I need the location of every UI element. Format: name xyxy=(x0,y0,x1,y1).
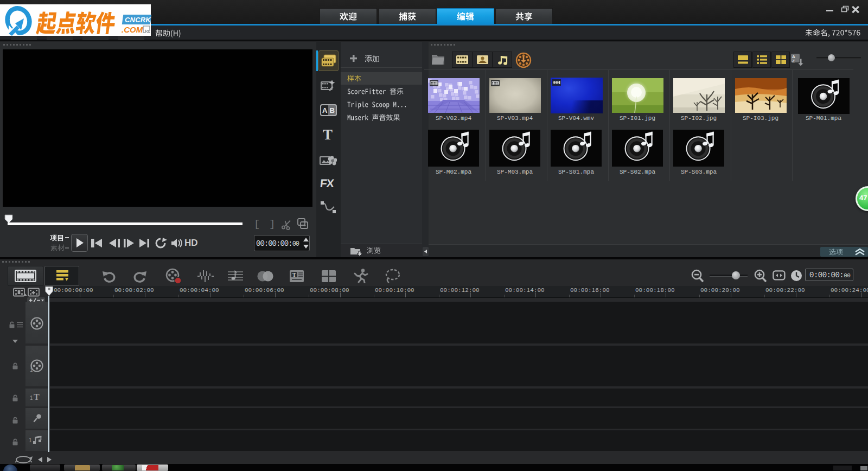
svg-text:T: T xyxy=(292,272,296,278)
svg-text:A: A xyxy=(322,106,328,114)
svg-text:B: B xyxy=(330,106,335,114)
svg-text:Z: Z xyxy=(792,59,795,63)
